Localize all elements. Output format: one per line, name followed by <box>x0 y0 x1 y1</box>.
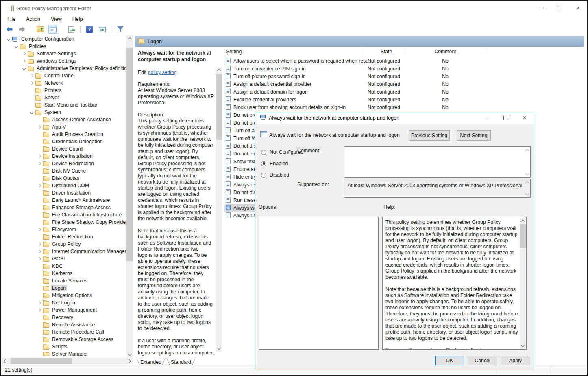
tree-item[interactable]: Distributed COM <box>2 182 126 189</box>
previous-setting-button[interactable]: Previous Setting <box>409 130 450 141</box>
settings-row[interactable]: Turn off picture password sign-inNot con… <box>223 72 584 80</box>
scroll-down-icon[interactable] <box>520 343 526 349</box>
tree-item[interactable]: Start Menu and Taskbar <box>2 101 126 109</box>
tree-item[interactable]: Mitigation Options <box>2 292 126 299</box>
chevron-down-icon[interactable] <box>29 109 35 115</box>
policy-setting-link[interactable]: policy setting <box>148 70 177 75</box>
chevron-right-icon[interactable] <box>37 241 42 247</box>
chevron-down-icon[interactable] <box>6 36 11 42</box>
tree-item[interactable]: Software Settings <box>2 50 126 57</box>
tree-item[interactable]: Credentials Delegation <box>2 138 126 145</box>
scroll-up-icon[interactable] <box>520 218 526 224</box>
scrollbar-thumb[interactable] <box>216 74 222 140</box>
scroll-down-icon[interactable] <box>216 345 222 352</box>
cancel-button[interactable]: Cancel <box>468 356 497 365</box>
tree-item[interactable]: Group Policy <box>2 240 126 248</box>
show-action-pane-icon[interactable] <box>98 25 107 34</box>
scrollbar-thumb[interactable] <box>520 224 526 248</box>
tree-item[interactable]: Early Launch Antimalware <box>2 197 126 204</box>
tree-item[interactable]: Logon <box>2 284 126 292</box>
scrollbar-thumb[interactable] <box>11 358 72 364</box>
radio-button[interactable] <box>261 173 266 178</box>
tree-item[interactable]: Power Management <box>2 306 126 314</box>
tree-item[interactable]: Folder Redirection <box>2 233 126 240</box>
tree-item[interactable]: Locale Services <box>2 277 126 284</box>
comment-input[interactable] <box>344 146 531 178</box>
chevron-right-icon[interactable] <box>37 124 42 130</box>
tree-item[interactable]: Kerberos <box>2 270 126 277</box>
chevron-right-icon[interactable] <box>37 227 42 232</box>
chevron-right-icon[interactable] <box>37 161 42 166</box>
chevron-right-icon[interactable] <box>29 73 35 79</box>
menu-item-file[interactable]: File <box>7 16 15 22</box>
settings-row[interactable]: Block user from showing account details … <box>223 103 584 111</box>
settings-row[interactable]: Turn on convenience PIN sign-inNot confi… <box>223 65 584 72</box>
tree-item[interactable]: Remote Assistance <box>2 321 126 328</box>
column-setting[interactable]: Setting <box>226 49 242 55</box>
radio-disabled[interactable]: Disabled <box>261 172 289 178</box>
settings-row[interactable]: Allow users to select when a password is… <box>223 57 584 65</box>
apply-button[interactable]: Apply <box>501 356 530 365</box>
radio-enabled[interactable]: Enabled <box>261 160 288 167</box>
show-console-tree-icon[interactable] <box>48 25 57 34</box>
tree-item[interactable]: Enhanced Storage Access <box>2 204 126 211</box>
chevron-right-icon[interactable] <box>37 256 42 262</box>
minimize-button[interactable] <box>532 2 551 14</box>
dialog-minimize-button[interactable] <box>478 111 496 124</box>
column-state[interactable]: State <box>368 49 405 55</box>
tree-item[interactable]: Removable Storage Access <box>2 336 126 343</box>
tree-item[interactable]: Disk Quotas <box>2 175 126 182</box>
maximize-button[interactable] <box>551 2 569 14</box>
scroll-up-icon[interactable] <box>525 181 529 185</box>
chevron-right-icon[interactable] <box>37 153 42 159</box>
filter-icon[interactable] <box>116 25 125 34</box>
back-icon[interactable] <box>5 25 14 34</box>
scroll-down-icon[interactable] <box>525 172 529 176</box>
menu-item-view[interactable]: View <box>51 16 62 22</box>
menu-item-action[interactable]: Action <box>26 16 40 22</box>
dialog-close-button[interactable]: ✕ <box>516 111 534 124</box>
chevron-right-icon[interactable] <box>37 183 42 188</box>
scroll-up-icon[interactable] <box>216 67 222 74</box>
tree-item[interactable]: Device Guard <box>2 145 126 153</box>
ok-button[interactable]: OK <box>435 356 464 365</box>
scroll-up-icon[interactable] <box>525 148 529 152</box>
tree-horizontal-scrollbar[interactable] <box>2 358 133 364</box>
dialog-maximize-button[interactable] <box>497 111 515 124</box>
tree-item[interactable]: Recovery <box>2 314 126 321</box>
tree-item[interactable]: iSCSI <box>2 255 126 262</box>
tree-item[interactable]: Network <box>2 79 126 87</box>
help-icon[interactable]: ? <box>85 25 94 34</box>
column-comment[interactable]: Comment <box>405 49 486 55</box>
tree-item[interactable]: Device Redirection <box>2 160 126 167</box>
chevron-down-icon[interactable] <box>21 66 27 71</box>
chevron-down-icon[interactable] <box>13 44 19 49</box>
chevron-right-icon[interactable] <box>37 249 42 254</box>
tree-item[interactable]: Control Panel <box>2 72 126 79</box>
tree-item[interactable]: File Share Shadow Copy Provider <box>2 219 126 226</box>
tree-item[interactable]: App-V <box>2 123 126 131</box>
tree-item[interactable]: Windows Settings <box>2 57 126 65</box>
chevron-right-icon[interactable] <box>21 58 27 64</box>
tree-item[interactable]: KDC <box>2 262 126 270</box>
scroll-left-icon[interactable] <box>2 358 8 364</box>
tree-item[interactable]: Server Manager <box>2 350 126 356</box>
up-one-level-icon[interactable] <box>36 25 45 34</box>
radio-button[interactable] <box>261 161 266 166</box>
tree-item[interactable]: Scripts <box>2 343 126 350</box>
help-scrollbar[interactable] <box>520 218 526 349</box>
tree-item[interactable]: Administrative Templates: Policy definit… <box>2 65 126 72</box>
tree-item[interactable]: Net Logon <box>2 299 126 306</box>
chevron-right-icon[interactable] <box>21 51 27 57</box>
chevron-right-icon[interactable] <box>37 300 42 306</box>
radio-button[interactable] <box>261 150 266 155</box>
description-scrollbar[interactable] <box>216 67 222 352</box>
tree-item[interactable]: Disk NV Cache <box>2 167 126 175</box>
tree-item[interactable]: System <box>2 109 126 116</box>
settings-row[interactable]: Assign a default domain for logonNot con… <box>223 88 584 96</box>
tree-item[interactable]: Audit Process Creation <box>2 131 126 138</box>
tree-item[interactable]: Remote Procedure Call <box>2 328 126 336</box>
export-list-icon[interactable] <box>67 25 76 34</box>
close-button[interactable]: ✕ <box>569 2 588 14</box>
scroll-down-icon[interactable] <box>525 192 529 196</box>
